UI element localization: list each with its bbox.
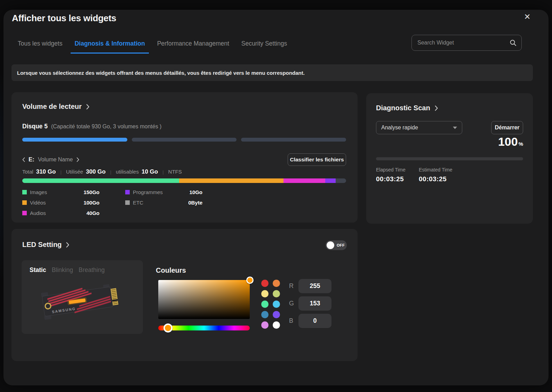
free-value: 10 Go (142, 168, 158, 175)
usage-segment-audios (283, 178, 325, 183)
legend-label: ETC (133, 200, 188, 206)
swatch-steel-blue[interactable] (261, 311, 269, 318)
swatch-red[interactable] (261, 280, 269, 287)
legend-label: Audios (30, 210, 86, 216)
blue-channel-input[interactable]: 0 (298, 314, 331, 328)
search-input[interactable] (417, 40, 510, 46)
usage-legend-column-1: Images 150Go Vidéos 100Go Audios 40Go (22, 187, 99, 218)
progress-unit: % (519, 141, 523, 147)
chevron-right-icon (86, 104, 89, 110)
swatch-sky-blue[interactable] (273, 301, 280, 308)
info-banner: Lorsque vous sélectionnez des widgets of… (11, 64, 533, 81)
legend-label: Vidéos (30, 200, 83, 206)
tab-diagnosis-information[interactable]: Diagnosis & Information (71, 40, 149, 54)
volume-segments-bar (22, 138, 346, 142)
start-scan-button[interactable]: Démarrer (491, 121, 523, 134)
green-channel-input[interactable]: 153 (298, 296, 331, 311)
filesystem-value: NTFS (168, 169, 182, 175)
tab-bar: Tous les widgets Diagnosis & Information… (14, 40, 295, 54)
usage-segment-programs (325, 178, 336, 183)
legend-value: 40Go (86, 210, 99, 216)
mode-breathing[interactable]: Breathing (79, 266, 105, 274)
led-mode-tabs: Static Blinking Breathing (30, 266, 105, 274)
images-color-swatch (22, 190, 27, 194)
estimated-time-value: 00:03:25 (419, 175, 447, 183)
chevron-left-icon[interactable] (22, 157, 25, 162)
progress-value: 100 (498, 135, 518, 149)
rgb-green-row: G 153 (289, 296, 331, 311)
search-widget-box (411, 35, 522, 51)
led-setting-title: LED Setting (22, 241, 62, 249)
disk-name: Disque 5 (22, 123, 48, 130)
chevron-right-icon (66, 242, 69, 248)
chevron-right-icon[interactable] (77, 157, 79, 162)
swatch-white[interactable] (273, 321, 280, 329)
swatch-green[interactable] (261, 301, 269, 308)
audios-color-swatch (22, 211, 27, 215)
led-setting-card: LED Setting OFF Static Blinking Breathin… (11, 229, 358, 361)
stat-divider: | (110, 169, 111, 175)
drive-volume-header[interactable]: Volume de lecteur (22, 103, 89, 111)
legend-value: 0Byte (188, 200, 202, 206)
led-setting-header[interactable]: LED Setting (22, 241, 69, 249)
led-mode-panel: Static Blinking Breathing (22, 260, 143, 334)
legend-item-videos: Vidéos 100Go (22, 197, 99, 208)
estimated-time-label: Estimated Time (419, 167, 452, 173)
classify-files-button[interactable]: Classifier les fichiers (288, 153, 346, 166)
legend-item-programs: Programmes 10Go (125, 187, 202, 197)
toggle-state-label: OFF (337, 243, 345, 247)
widgets-modal: Afficher tous les widgets ✕ Tous les wid… (3, 10, 549, 385)
legend-label: Programmes (133, 189, 189, 195)
scan-mode-dropdown[interactable]: Analyse rapide (376, 121, 462, 134)
hue-slider[interactable] (158, 326, 250, 330)
chevron-right-icon (435, 105, 438, 111)
volume-segment-2[interactable] (132, 138, 237, 142)
tab-performance-management[interactable]: Performance Management (153, 40, 233, 53)
elapsed-time-value: 00:03:25 (376, 175, 404, 183)
volume-segment-3[interactable] (241, 138, 346, 142)
legend-item-images: Images 150Go (22, 187, 99, 197)
red-channel-input[interactable]: 255 (298, 279, 331, 293)
disk-capacity-info: (Capacité totale 930 Go, 3 volumes monté… (51, 123, 162, 130)
led-power-toggle[interactable]: OFF (326, 240, 347, 250)
toggle-knob (327, 241, 334, 249)
mode-static[interactable]: Static (30, 266, 46, 274)
swatch-orange[interactable] (273, 280, 280, 287)
diagnostic-scan-card: Diagnostic Scan Analyse rapide Démarrer … (366, 93, 533, 224)
drive-volume-card: Volume de lecteur Disque 5 (Capacité tot… (11, 92, 358, 223)
color-saturation-picker[interactable] (158, 280, 250, 319)
swatch-yellow-green[interactable] (273, 290, 280, 297)
close-icon[interactable]: ✕ (521, 10, 534, 23)
programs-color-swatch (125, 190, 130, 194)
volume-name: Volume Name (38, 157, 73, 163)
swatch-yellow[interactable] (261, 290, 269, 297)
used-label: Utilisée (66, 169, 83, 175)
tab-all-widgets[interactable]: Tous les widgets (14, 40, 66, 53)
swatch-pink[interactable] (261, 321, 269, 329)
legend-value: 10Go (189, 189, 202, 195)
disk-summary: Disque 5 (Capacité totale 930 Go, 3 volu… (22, 123, 161, 130)
usage-stacked-bar (22, 178, 346, 183)
diagnostic-scan-header[interactable]: Diagnostic Scan (376, 104, 438, 112)
tab-security-settings[interactable]: Security Settings (238, 40, 291, 53)
legend-label: Images (30, 189, 83, 195)
legend-item-audios: Audios 40Go (22, 208, 99, 218)
mode-blinking[interactable]: Blinking (52, 266, 73, 274)
color-picker-handle[interactable] (246, 277, 254, 284)
usage-segment-images (22, 178, 179, 183)
preset-color-swatches (261, 280, 280, 329)
used-value: 300 Go (86, 168, 106, 175)
free-label: utilisables (116, 169, 139, 175)
elapsed-time-label: Elapsed Time (376, 167, 406, 173)
scan-progress-bar (376, 157, 523, 160)
stat-divider: | (162, 169, 163, 175)
info-banner-text: Lorsque vous sélectionnez des widgets of… (17, 70, 305, 76)
volume-segment-1-selected[interactable] (22, 138, 127, 142)
swatch-purple[interactable] (273, 311, 280, 318)
rgb-red-row: R 255 (289, 279, 331, 293)
search-icon[interactable] (510, 39, 517, 46)
hue-slider-handle[interactable] (163, 323, 173, 333)
videos-color-swatch (22, 200, 27, 205)
legend-value: 100Go (83, 200, 99, 206)
blue-channel-label: B (289, 317, 294, 325)
